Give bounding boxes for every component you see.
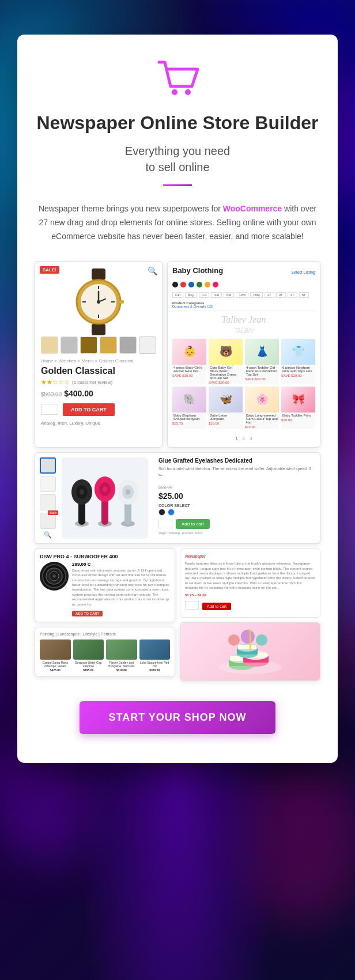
np-add-btn[interactable]: Add to cart bbox=[202, 603, 231, 610]
svg-point-0 bbox=[172, 89, 178, 95]
svg-point-23 bbox=[103, 486, 107, 492]
clothing-item[interactable]: 👕 6 pieces Newborn Girls with Tops sets … bbox=[281, 339, 315, 384]
main-card: Newspaper Online Store Builder Everythin… bbox=[17, 35, 338, 763]
woocommerce-link[interactable]: WooCommerce bbox=[223, 204, 282, 213]
clothing-item[interactable]: 👗 4-pack Toddler Girl Pack and Reduction… bbox=[245, 339, 279, 384]
watch-product-screen: SALE! 🔍 bbox=[35, 261, 163, 448]
fan-price-new: $25.00 bbox=[158, 491, 183, 501]
fan-search-icon[interactable]: 🔍 bbox=[44, 531, 52, 539]
clothing-item[interactable]: 🐘 Baby Elephant Shaped Bodysuit $15.75 bbox=[172, 387, 206, 429]
left-col: DSW PRO 4 - SUBWOOFER 400 299,00 C bbox=[35, 548, 175, 681]
macaron-image bbox=[180, 623, 320, 680]
svg-rect-2 bbox=[92, 268, 105, 280]
np-price: $1.25 – $4.36 bbox=[185, 593, 315, 598]
svg-rect-45 bbox=[238, 645, 256, 649]
svg-point-1 bbox=[185, 89, 191, 95]
sub-price: 299,00 C bbox=[72, 562, 170, 567]
product-tags: Analog, men, Luxury, Unique bbox=[41, 421, 156, 426]
breadcrumb: Home > Watches > Men's > Golden Classica… bbox=[41, 358, 156, 364]
star-rating: ★★☆☆☆ bbox=[41, 379, 70, 386]
fan-product-screen: Sale 🔍 bbox=[35, 452, 320, 544]
svg-point-48 bbox=[256, 634, 267, 646]
quantity-input[interactable] bbox=[41, 404, 58, 415]
np-qty-row: Add to cart bbox=[185, 600, 315, 610]
clothing-item[interactable]: 🌸 Baby Long-sleeved Cam Colour Top and H… bbox=[245, 387, 279, 429]
subwoofer-content: 299,00 C Bass driver with ultra-wide aco… bbox=[40, 562, 170, 617]
clothing-grid-screen: Baby Clothing Select Listing Girl Boy bbox=[167, 261, 320, 448]
svg-point-28 bbox=[126, 489, 130, 495]
fan-add-to-cart-button[interactable]: Add to cart bbox=[176, 519, 210, 529]
sale-badge: SALE! bbox=[40, 266, 59, 274]
add-to-cart-button[interactable]: ADD TO CART bbox=[63, 403, 115, 416]
clothing-item[interactable]: 🐻 Cute Baby Girl Block Warm Decorative D… bbox=[209, 339, 243, 384]
paintings-screen: Painting | Landscapes | Lifestyle | Port… bbox=[35, 627, 175, 677]
clothing-items-grid: 👶 4 piece Baby Girl's Allover New Dot...… bbox=[172, 339, 315, 429]
painting-item[interactable]: Lake Square from Red Hill $350.00 bbox=[139, 640, 171, 672]
cart-icon-wrap bbox=[35, 58, 320, 100]
painting-item[interactable]: Delaware Water Gap Zaborski $195.00 bbox=[73, 640, 104, 672]
fan-title: Glue Grafted Eyelashes Dedicated bbox=[158, 457, 315, 464]
filter-green[interactable] bbox=[197, 282, 202, 287]
color-blue[interactable] bbox=[168, 509, 175, 516]
np-brand: Newspaper bbox=[185, 554, 315, 560]
fan-description: Soft horizontal wind direction. The air … bbox=[158, 466, 315, 478]
fan-main-image bbox=[62, 457, 148, 539]
watch-image bbox=[64, 267, 133, 336]
search-icon[interactable]: 🔍 bbox=[148, 266, 157, 276]
select-all[interactable]: Select Listing bbox=[291, 270, 315, 274]
description: Newspaper theme brings you new superpowe… bbox=[35, 202, 320, 243]
start-shop-button[interactable]: START YOUR SHOP NOW bbox=[80, 701, 275, 734]
fan-tags: Tags: makeup, product, thick bbox=[158, 531, 315, 535]
color-black[interactable] bbox=[158, 509, 165, 516]
color-swatches bbox=[158, 509, 315, 516]
svg-point-46 bbox=[228, 634, 240, 646]
review-count: (1 customer review) bbox=[72, 380, 112, 385]
collage-row-1: SALE! 🔍 bbox=[35, 261, 320, 448]
fan-quantity-input[interactable] bbox=[158, 520, 172, 528]
painting-item[interactable]: Campo Santa Maria Zobenigo, Venice $425.… bbox=[40, 640, 71, 672]
filter-red[interactable] bbox=[180, 282, 186, 287]
qty-row: ADD TO CART bbox=[41, 403, 156, 416]
clothing-title: Baby Clothing bbox=[172, 266, 223, 275]
svg-point-32 bbox=[52, 574, 56, 578]
price-new: $400.00 bbox=[64, 389, 93, 398]
newspaper-product-screen: Newspaper Family features allow as it fl… bbox=[180, 548, 320, 618]
svg-rect-13 bbox=[119, 300, 124, 304]
svg-point-47 bbox=[241, 630, 255, 644]
svg-rect-3 bbox=[92, 324, 105, 335]
svg-point-18 bbox=[80, 489, 84, 495]
fan-price-old: $32.00 bbox=[158, 485, 172, 490]
cta-section: START YOUR SHOP NOW bbox=[35, 701, 320, 734]
subwoofer-image bbox=[40, 562, 69, 591]
painting-item[interactable]: Flower Garden and Bungalow, Bermuda $310… bbox=[106, 640, 137, 672]
title-divider bbox=[163, 184, 192, 186]
filter-yellow[interactable] bbox=[205, 282, 210, 287]
clothing-item[interactable]: 🦋 Baby Letter Jumpsuit $18.00 bbox=[209, 387, 243, 429]
cart-icon bbox=[154, 58, 201, 98]
filter-pink[interactable] bbox=[213, 282, 218, 287]
fan-image-column: Sale 🔍 bbox=[40, 457, 56, 539]
description-pre: Newspaper theme brings you new superpowe… bbox=[39, 204, 223, 213]
subwoofer-title: DSW PRO 4 - SUBWOOFER 400 bbox=[40, 554, 170, 559]
color-select-label: COLOR SELECT bbox=[158, 504, 315, 508]
subwoofer-screen: DSW PRO 4 - SUBWOOFER 400 299,00 C bbox=[35, 548, 175, 622]
color-filters bbox=[172, 282, 315, 287]
price-old: $500.00 bbox=[41, 391, 62, 398]
np-qty-input[interactable] bbox=[185, 601, 199, 610]
clothing-item[interactable]: 👶 4 piece Baby Girl's Allover New Dot...… bbox=[172, 339, 206, 384]
np-article: Family features allow as it flows fully … bbox=[185, 561, 315, 590]
collage-row-3: DSW PRO 4 - SUBWOOFER 400 299,00 C bbox=[35, 548, 320, 681]
painting-categories: Painting | Landscapes | Lifestyle | Port… bbox=[40, 632, 170, 636]
fan-sale-badge: Sale bbox=[48, 510, 58, 515]
subtitle: Everything you needto sell online bbox=[35, 143, 320, 175]
fan-details: Glue Grafted Eyelashes Dedicated Soft ho… bbox=[158, 457, 315, 539]
product-name: Golden Classical bbox=[41, 366, 156, 376]
sub-add-btn[interactable]: ADD TO CART bbox=[72, 611, 103, 616]
clothing-item[interactable]: 🎀 Baby Toddler Print $19.00 bbox=[281, 387, 315, 429]
paintings-grid: Campo Santa Maria Zobenigo, Venice $425.… bbox=[40, 640, 170, 672]
right-col: Newspaper Family features allow as it fl… bbox=[180, 548, 320, 681]
filter-black[interactable] bbox=[172, 282, 178, 287]
filter-blue[interactable] bbox=[188, 282, 194, 287]
watch-thumbnails bbox=[41, 336, 156, 354]
screenshots-collage: SALE! 🔍 bbox=[35, 261, 320, 681]
